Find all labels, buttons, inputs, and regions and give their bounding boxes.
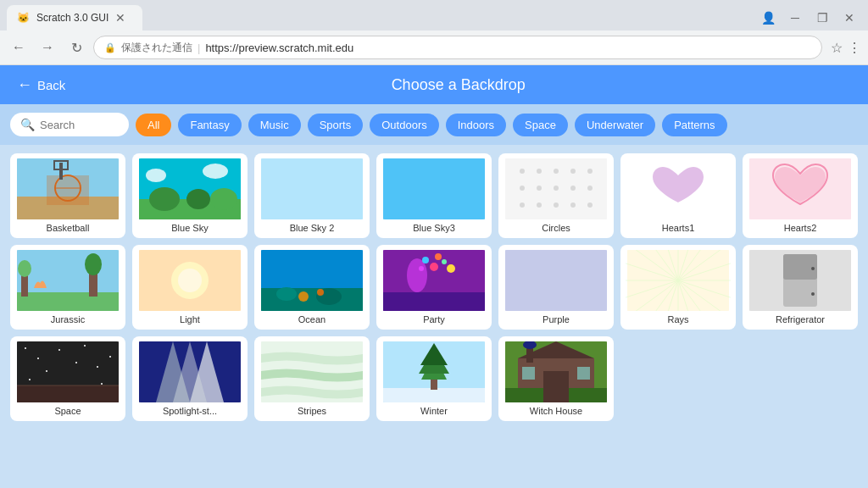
url-security-label: 保護された通信 — [121, 41, 192, 55]
svg-point-56 — [435, 253, 442, 260]
svg-point-21 — [587, 169, 593, 174]
backdrop-item-basketball[interactable]: Basketball — [10, 153, 125, 238]
backdrop-item-hearts1[interactable]: Hearts1 — [620, 153, 736, 238]
backdrop-thumb-bluesky2 — [259, 158, 364, 219]
back-button[interactable]: ← Back — [17, 76, 65, 94]
backdrop-item-circles[interactable]: Circles — [498, 153, 614, 238]
svg-point-17 — [520, 169, 525, 174]
backdrop-thumb-hearts1 — [626, 158, 731, 219]
backdrop-label-hearts2: Hearts2 — [748, 223, 853, 233]
page-title: Choose a Backdrop — [65, 76, 851, 94]
svg-point-87 — [25, 347, 26, 349]
filter-all-button[interactable]: All — [136, 114, 171, 136]
backdrop-thumb-witchhouse — [504, 341, 609, 402]
svg-rect-35 — [17, 292, 119, 311]
backdrop-item-spotlight[interactable]: Spotlight-st... — [132, 336, 248, 421]
svg-point-54 — [442, 259, 447, 264]
backdrop-label-basketball: Basketball — [15, 223, 120, 233]
svg-point-93 — [75, 362, 77, 363]
backdrop-item-rays[interactable]: Rays — [620, 245, 736, 330]
window-controls: 👤 ─ ❐ ✕ — [756, 9, 861, 26]
browser-chrome: 🐱 Scratch 3.0 GUI ✕ 👤 ─ ❐ ✕ ← → ↻ 🔒 保護され… — [0, 0, 868, 65]
browser-menu-icon[interactable]: ⋮ — [848, 40, 861, 56]
backdrop-label-ocean: Ocean — [259, 314, 364, 324]
search-box[interactable]: 🔍 — [10, 113, 129, 136]
backdrop-item-witchhouse[interactable]: Witch House — [498, 336, 614, 421]
restore-button[interactable]: ❐ — [810, 9, 834, 26]
svg-point-45 — [276, 287, 297, 301]
backdrop-item-bluesky[interactable]: Blue Sky — [132, 153, 248, 238]
filter-indoors-button[interactable]: Indoors — [446, 114, 506, 136]
reload-button[interactable]: ↻ — [64, 36, 88, 59]
svg-point-91 — [109, 356, 111, 358]
url-bar[interactable]: 🔒 保護された通信 | https://preview.scratch.mit.… — [93, 36, 822, 59]
backdrop-item-ocean[interactable]: Ocean — [254, 245, 370, 330]
address-bar: ← → ↻ 🔒 保護された通信 | https://preview.scratc… — [0, 30, 868, 64]
url-text: https://preview.scratch.mit.edu — [205, 42, 353, 54]
svg-rect-106 — [383, 388, 485, 402]
backdrop-label-witchhouse: Witch House — [504, 406, 609, 416]
svg-rect-15 — [383, 158, 485, 219]
back-nav-button[interactable]: ← — [7, 36, 31, 59]
search-input[interactable] — [40, 119, 125, 131]
backdrop-item-light[interactable]: Light — [132, 245, 248, 330]
svg-point-90 — [84, 345, 86, 347]
svg-point-94 — [46, 370, 47, 372]
svg-rect-5 — [59, 163, 63, 180]
backdrop-label-stripes: Stripes — [259, 406, 364, 416]
svg-point-52 — [430, 263, 438, 271]
filter-music-button[interactable]: Music — [248, 114, 301, 136]
backdrop-item-hearts2[interactable]: Hearts2 — [743, 153, 858, 238]
backdrops-area: BasketballBlue SkyBlue Sky 2Blue Sky3Cir… — [0, 145, 868, 488]
filter-fantasy-button[interactable]: Fantasy — [178, 114, 241, 136]
svg-rect-44 — [261, 288, 363, 311]
svg-rect-83 — [785, 282, 815, 304]
backdrop-item-stripes[interactable]: Stripes — [254, 336, 370, 421]
search-icon: 🔍 — [20, 118, 35, 131]
backdrop-label-circles: Circles — [504, 223, 609, 233]
backdrop-thumb-spotlight — [137, 341, 242, 402]
browser-tab[interactable]: 🐱 Scratch 3.0 GUI ✕ — [7, 5, 142, 30]
bookmark-icon[interactable]: ☆ — [831, 40, 843, 56]
backdrop-label-bluesky: Blue Sky — [137, 223, 242, 233]
filter-bar: 🔍 All Fantasy Music Sports Outdoors Indo… — [0, 104, 868, 145]
svg-point-55 — [447, 264, 455, 273]
backdrop-item-purple[interactable]: Purple — [498, 245, 614, 330]
backdrop-thumb-party — [381, 250, 487, 311]
filter-space-button[interactable]: Space — [513, 114, 568, 136]
backdrop-thumb-bluesky3 — [381, 158, 487, 219]
filter-sports-button[interactable]: Sports — [308, 114, 364, 136]
backdrop-item-jurassic[interactable]: Jurassic — [10, 245, 125, 330]
backdrop-label-space: Space — [15, 406, 120, 416]
svg-rect-98 — [17, 385, 119, 402]
svg-rect-14 — [261, 158, 363, 219]
backdrop-item-party[interactable]: Party — [376, 245, 492, 330]
backdrop-thumb-hearts2 — [748, 158, 853, 219]
svg-point-97 — [101, 383, 103, 385]
filter-underwater-button[interactable]: Underwater — [575, 114, 655, 136]
backdrop-item-winter[interactable]: Winter — [376, 336, 492, 421]
svg-point-30 — [570, 202, 576, 208]
svg-point-53 — [422, 257, 429, 263]
backdrop-item-space[interactable]: Space — [10, 336, 125, 421]
minimize-button[interactable]: ─ — [783, 9, 807, 26]
svg-point-89 — [58, 349, 60, 351]
tab-favicon: 🐱 — [17, 12, 30, 24]
backdrop-thumb-space — [15, 341, 120, 402]
filter-outdoors-button[interactable]: Outdoors — [370, 114, 438, 136]
backdrop-item-bluesky3[interactable]: Blue Sky3 — [376, 153, 492, 238]
filter-patterns-button[interactable]: Patterns — [662, 114, 726, 136]
svg-point-23 — [537, 186, 542, 191]
svg-rect-50 — [383, 292, 485, 311]
svg-point-22 — [520, 186, 525, 191]
backdrop-label-light: Light — [137, 314, 242, 324]
backdrop-item-refrigerator[interactable]: Refrigerator — [743, 245, 858, 330]
forward-nav-button[interactable]: → — [36, 36, 59, 59]
account-icon-button[interactable]: 👤 — [756, 9, 780, 26]
svg-point-37 — [18, 260, 31, 277]
backdrop-item-bluesky2[interactable]: Blue Sky 2 — [254, 153, 370, 238]
svg-point-85 — [811, 292, 815, 296]
close-window-button[interactable]: ✕ — [837, 9, 861, 26]
backdrop-thumb-rays — [626, 250, 731, 311]
tab-close-button[interactable]: ✕ — [115, 11, 125, 25]
